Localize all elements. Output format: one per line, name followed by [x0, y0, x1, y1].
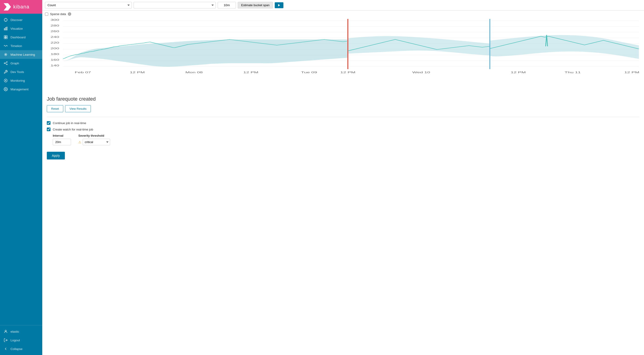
- circle-dot-icon: [4, 78, 8, 83]
- svg-text:12 PM: 12 PM: [340, 71, 355, 74]
- count-select[interactable]: Count: [45, 2, 132, 8]
- logout-icon: [4, 338, 8, 342]
- view-results-button[interactable]: View Results: [65, 105, 91, 112]
- sidebar-item-dashboard[interactable]: Dashboard: [0, 33, 42, 41]
- time-series-chart: 300 280 260 240 220 200 180 160 140: [45, 17, 641, 90]
- sparse-data-row: Sparse data i: [42, 10, 644, 17]
- severity-field: Severity threshold ⚠ critical major mino…: [78, 134, 110, 145]
- sparse-data-label[interactable]: Sparse data: [50, 12, 66, 16]
- sidebar-item-logout[interactable]: Logout: [0, 336, 42, 345]
- interval-field: Interval: [53, 134, 71, 145]
- svg-point-26: [5, 330, 6, 332]
- create-watch-checkbox[interactable]: [47, 128, 50, 131]
- sidebar-item-label: Dev Tools: [10, 70, 24, 74]
- sidebar-item-label: Monitoring: [10, 79, 25, 82]
- svg-text:12 PM: 12 PM: [624, 71, 640, 74]
- continue-realtime-row: Continue job in real-time: [47, 121, 640, 125]
- sidebar-item-machine-learning[interactable]: Machine Learning: [0, 50, 42, 59]
- svg-line-17: [4, 55, 5, 56]
- svg-text:220: 220: [50, 41, 59, 44]
- sidebar-item-label: Discover: [10, 18, 22, 22]
- svg-text:Mon 08: Mon 08: [186, 71, 203, 74]
- severity-label: Severity threshold: [78, 134, 110, 137]
- sidebar-item-label: Management: [10, 88, 28, 91]
- create-watch-row: Create watch for real-time job: [47, 128, 640, 131]
- svg-text:12 PM: 12 PM: [511, 71, 526, 74]
- svg-line-21: [5, 62, 6, 63]
- sidebar-item-timelion[interactable]: Timelion: [0, 41, 42, 50]
- interval-input[interactable]: [53, 139, 71, 145]
- sidebar-item-label: Machine Learning: [10, 53, 35, 56]
- gear-icon: [4, 87, 8, 91]
- sparkle-icon: [4, 52, 8, 56]
- nav-section: Discover Visualize Dashboard Timelion: [0, 14, 42, 325]
- main-content: Count Estimate bucket span Sparse data i…: [42, 0, 644, 355]
- estimate-bucket-span-button[interactable]: Estimate bucket span: [238, 2, 273, 8]
- svg-rect-6: [6, 35, 7, 37]
- svg-text:140: 140: [50, 64, 59, 67]
- severity-wrapper: ⚠ critical major minor warning: [78, 139, 110, 145]
- reset-button[interactable]: Reset: [47, 105, 63, 112]
- svg-point-19: [6, 62, 7, 62]
- share-icon: [4, 61, 8, 65]
- chart-container: 300 280 260 240 220 200 180 160 140: [42, 17, 644, 92]
- svg-text:240: 240: [50, 35, 59, 38]
- sidebar-item-collapse[interactable]: Collapse: [0, 345, 42, 353]
- svg-rect-8: [6, 37, 7, 39]
- svg-text:12 PM: 12 PM: [244, 71, 258, 74]
- svg-line-15: [6, 55, 7, 56]
- svg-point-20: [6, 64, 7, 65]
- svg-text:Thu 11: Thu 11: [564, 71, 581, 74]
- continue-realtime-label[interactable]: Continue job in real-time: [53, 121, 86, 125]
- svg-text:180: 180: [50, 53, 59, 55]
- svg-text:Tue 09: Tue 09: [301, 71, 317, 74]
- sparse-data-checkbox[interactable]: [45, 12, 48, 16]
- chevron-left-icon: [4, 347, 8, 351]
- apply-button[interactable]: Apply: [47, 152, 65, 159]
- logo-area[interactable]: kibana: [0, 0, 42, 14]
- svg-text:280: 280: [50, 24, 59, 27]
- svg-text:300: 300: [50, 18, 59, 21]
- sidebar-item-visualize[interactable]: Visualize: [0, 24, 42, 33]
- sidebar-item-label: Collapse: [10, 347, 22, 351]
- continue-realtime-checkbox[interactable]: [47, 121, 50, 125]
- svg-marker-28: [278, 4, 280, 6]
- svg-rect-2: [4, 28, 5, 30]
- svg-point-9: [5, 54, 6, 55]
- logo-text: kibana: [13, 4, 30, 10]
- create-watch-label[interactable]: Create watch for real-time job: [53, 128, 93, 131]
- svg-text:160: 160: [50, 58, 59, 61]
- svg-text:12 PM: 12 PM: [130, 71, 145, 74]
- svg-line-14: [4, 53, 5, 54]
- svg-text:200: 200: [50, 47, 59, 50]
- svg-point-24: [5, 80, 6, 81]
- job-buttons: Reset View Results: [47, 105, 640, 112]
- sidebar-item-label: Logout: [10, 339, 20, 342]
- topbar: Count Estimate bucket span: [42, 0, 644, 10]
- sidebar-item-monitoring[interactable]: Monitoring: [0, 76, 42, 85]
- sidebar-bottom: elastic Logout Collapse: [0, 325, 42, 355]
- job-title: Job farequote created: [47, 96, 640, 102]
- severity-select[interactable]: critical major minor warning: [83, 139, 110, 145]
- svg-text:260: 260: [50, 30, 59, 33]
- svg-point-1: [6, 20, 6, 20]
- sidebar-item-graph[interactable]: Graph: [0, 59, 42, 67]
- user-icon: [4, 330, 8, 334]
- svg-rect-4: [6, 27, 7, 30]
- sidebar-item-discover[interactable]: Discover: [0, 15, 42, 24]
- bucket-span-input[interactable]: [218, 2, 236, 8]
- bar-chart-icon: [4, 26, 8, 30]
- sidebar-item-dev-tools[interactable]: Dev Tools: [0, 67, 42, 76]
- compass-icon: [4, 18, 8, 22]
- svg-text:Wed 10: Wed 10: [412, 71, 430, 74]
- svg-point-25: [5, 89, 6, 90]
- svg-line-16: [6, 53, 7, 54]
- sidebar-item-management[interactable]: Management: [0, 85, 42, 93]
- sidebar-item-user[interactable]: elastic: [0, 327, 42, 336]
- svg-point-18: [4, 63, 5, 64]
- sidebar-item-label: Graph: [10, 62, 19, 65]
- play-button[interactable]: [275, 2, 284, 8]
- interval-label: Interval: [53, 134, 71, 137]
- second-select[interactable]: [134, 2, 216, 8]
- play-icon: [278, 4, 281, 7]
